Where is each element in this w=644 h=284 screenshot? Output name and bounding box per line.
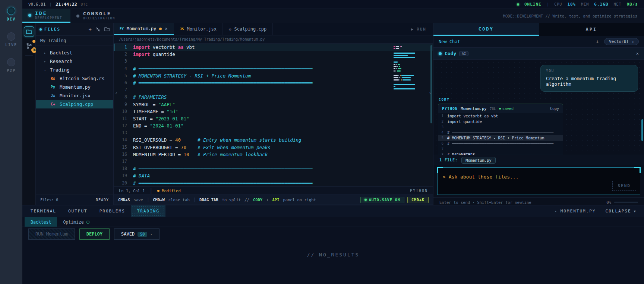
code-line: 20# ════════════════════════════════════… [114,180,433,186]
new-file-icon[interactable]: + [89,27,92,32]
command-palette-button[interactable]: CMD+K [407,197,429,203]
tree-file-bitcoin-swing[interactable]: Rs Bitcoin_Swing.rs [36,74,113,83]
new-chat-button[interactable]: New Chat [439,39,460,44]
rail-item-live[interactable]: LIVE [0,32,22,47]
minimap-line [394,88,428,89]
model-select[interactable]: VectorBT ↕ [604,38,639,45]
minimap-line [394,57,428,58]
editor-tab-momentum[interactable]: PY Momentum.py × [114,23,174,35]
ai-badge: AI [459,51,468,56]
tree-file-momentum[interactable]: Py Momentum.py [36,83,113,91]
tree-file-monitor[interactable]: Jx Monitor.jsx [36,91,113,100]
editor-scrollbar[interactable] [430,45,432,123]
chat-history[interactable]: YOU Create a momentum trading algorithm … [433,60,644,155]
net-value: 0B/s [627,2,638,7]
minimap[interactable] [394,46,428,89]
shortcut-key: CMD+W [153,198,165,202]
tree-folder-research[interactable]: ▸ Research [36,57,113,66]
context-files-label: 1 FILE: [439,158,458,162]
tree-file-scalping[interactable]: C+ Scalping.cpp [36,100,113,108]
copy-button[interactable]: Copy [550,107,559,111]
tab-problems[interactable]: PROBLEMS [94,205,131,217]
tab-cody[interactable]: CODY [433,23,539,36]
run-momentum-button[interactable]: RUN Momentum [28,228,75,240]
minimap-line [394,68,428,69]
play-icon: ▶ [411,27,414,32]
code-line: 12END = "2024-01-01" [114,122,433,129]
snippet-code-line: 6# ═════════════════════════════════════… [438,141,563,146]
tab-output[interactable]: OUTPUT [62,205,94,217]
run-button[interactable]: ▶ RUN [404,23,433,35]
workspace-root[interactable]: My Trading [36,36,113,45]
saved-dot-icon [499,108,501,110]
minimap-line [394,66,428,67]
tab-label: OUTPUT [68,209,88,214]
code-line: 6# ═════════════════════════════════════… [114,79,433,86]
collapse-panel-button[interactable]: COLLAPSE ▼ [606,209,637,214]
cpu-value: 18% [567,2,576,7]
collapse-right-panel-handle[interactable]: › [428,89,432,97]
bottom-tab-bar: TERMINAL OUTPUT PROBLEMS TRADING ▸ MOMEN… [22,205,644,217]
subtab-optimize[interactable]: Optimize [57,217,95,227]
snippet-code: 1import vectorbt as vbt2import quantide3… [438,113,563,155]
tree-folder-backtest[interactable]: ▸ Backtest [36,48,113,57]
subtab-label: Optimize [63,220,83,225]
editor-tab-monitor[interactable]: JS Monitor.jsx [174,23,223,35]
backtest-actions: RUN Momentum DEPLOY SAVED 50 ▾ [22,227,644,241]
autosave-toggle[interactable]: AUTO-SAVE ON [360,197,404,203]
api-tab-label: API [585,27,597,32]
tree-folder-trading[interactable]: ▾ Trading [36,66,113,74]
close-icon[interactable]: × [636,51,639,56]
file-name: Scalping.cpp [60,101,93,107]
timezone-label: UTC [81,3,88,6]
clock: 21:44:22 [56,2,77,7]
add-chat-icon[interactable]: + [596,39,599,45]
minimap-line [394,46,428,47]
shortcut-label: close tab [168,198,190,202]
rail-item-p2p[interactable]: P2P [0,58,22,73]
jsx-file-icon: Jx [51,94,57,98]
code-line: 16MOMENTUM_PERIOD = 10 # Price momentum … [114,151,433,158]
code-line: 2import quantide [114,51,433,58]
cody-tab-label: CODY [479,26,494,32]
saved-versions-dropdown[interactable]: SAVED 50 ▾ [114,228,160,240]
chevron-down-icon: ▾ [150,232,152,236]
close-icon[interactable]: × [165,26,167,31]
collapse-left-panel-handle[interactable]: ‹ [114,89,119,97]
select-caret-icon: ↕ [632,40,634,44]
context-file-chip[interactable]: Momentum.py [461,157,496,164]
subtab-backtest[interactable]: Backtest [25,217,57,227]
chat-input[interactable]: > Ask about these files... SEND [437,167,640,195]
snippet-code-line: 5# MOMENTUM STRATEGY - RSI + Price Momen… [438,135,563,141]
git-button[interactable]: 16 [24,41,34,51]
collapse-all-icon[interactable] [96,27,100,32]
snippet-code-line: 8# PARAMETERS [438,152,563,155]
minimap-line [394,59,428,60]
code-line: 1import vectorbt as vbt [114,44,433,51]
panel-file-name: MOMENTUM.PY [561,209,596,214]
file-explorer: FILES + My Trading ▸ Ba [36,23,114,195]
editor-tab-scalping[interactable]: ◇ Scalping.cpp [223,23,273,35]
chat-scrollbar[interactable] [641,119,643,141]
rail-item-dev[interactable]: DEV [0,7,22,21]
deploy-button[interactable]: DEPLOY [79,228,110,240]
comment-slashes: // [244,198,249,202]
send-button[interactable]: SEND [612,181,637,191]
cody-status-dot [439,52,442,55]
new-folder-icon[interactable] [104,27,110,31]
code-viewport[interactable]: 1import vectorbt as vbt2import quantide3… [114,44,433,186]
app-version: v0.6.81 [28,2,45,7]
code-editor: PY Momentum.py × JS Monitor.jsx ◇ Scalpi… [114,23,433,195]
live-mode-icon [7,32,15,41]
cpu-label: CPU [554,2,562,6]
tab-trading[interactable]: TRADING [131,205,165,217]
minimap-line [394,77,428,78]
tab-api[interactable]: API [539,23,644,36]
file-name: Bitcoin_Swing.rs [60,76,104,81]
tab-console[interactable]: CONSOLE ORCHESTRATION [70,9,123,23]
saved-status: saved [502,107,514,111]
tab-terminal[interactable]: TERMINAL [25,205,62,217]
explorer-button[interactable] [24,26,34,37]
mem-label: MEM [581,2,589,6]
tab-ide[interactable]: IDE DEVELOPMENT [22,9,70,23]
